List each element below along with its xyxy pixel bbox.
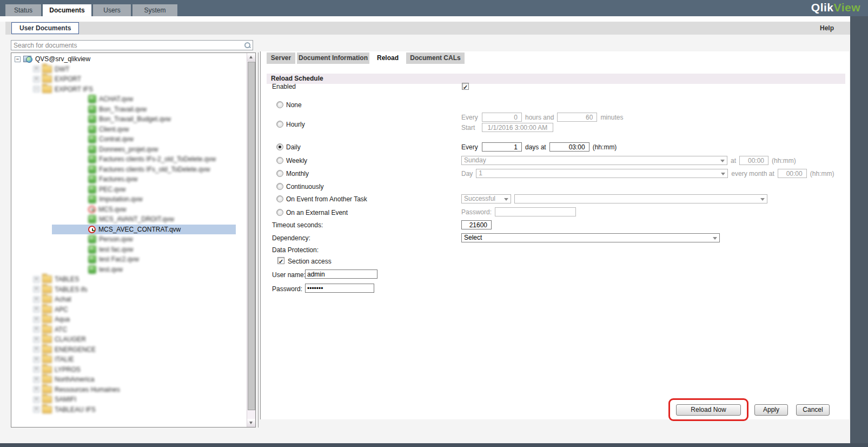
expand-icon[interactable]: + [34,277,39,282]
tree-item[interactable]: test fac.qvw [11,245,247,255]
scroll-down-button[interactable] [247,419,255,427]
radio-none[interactable] [276,101,283,108]
username-input[interactable] [305,269,377,279]
tab-documents[interactable]: Documents [43,4,91,16]
tree-item[interactable]: +SAMIFI [11,395,247,405]
tree-item[interactable]: +Ressources Humaines [11,385,247,395]
external-password-input[interactable] [495,207,576,216]
cancel-button[interactable]: Cancel [796,404,830,416]
radio-continuously[interactable] [276,183,283,190]
weekly-time-input[interactable] [739,156,768,165]
expand-icon[interactable]: + [34,66,39,72]
tree-item[interactable]: MCS_AVANT_DROIT.qvw [11,214,247,225]
hourly-start-input[interactable] [482,123,553,132]
tree-item[interactable]: +ATC [11,325,247,335]
tab-server[interactable]: Server [267,52,295,64]
tab-system[interactable]: System [132,4,177,16]
expand-icon[interactable]: + [34,386,39,392]
scroll-up-button[interactable] [247,53,255,61]
tree-item[interactable]: −EXPORT IFS [11,84,247,95]
expand-icon[interactable]: + [34,76,39,82]
tree-item[interactable]: Factures clients IFs_old_ToDelete.qvw [11,165,247,175]
tree-item[interactable]: +EXPORT [11,74,247,84]
tab-document-information[interactable]: Document Information [297,52,369,64]
tree-item[interactable]: Bon_Travail.qvw [11,104,247,115]
expand-icon[interactable]: + [34,337,39,343]
tree-item[interactable]: Contrat.qvw [11,134,247,144]
tree-item[interactable]: Imputation.qvw [11,194,247,205]
enabled-checkbox[interactable]: ✓ [462,83,469,90]
tree-item[interactable]: +ENERGENCE [11,345,247,355]
radio-on-event-from-another-task[interactable] [276,195,283,202]
tree-item[interactable]: +DWT [11,64,247,75]
expand-icon[interactable]: + [34,346,39,352]
tree-item-label: Person.qvw [99,234,133,244]
expand-icon[interactable]: + [34,406,39,412]
tree-item[interactable]: +LYPROS [11,365,247,375]
daily-days-input[interactable] [482,142,522,152]
radio-daily[interactable] [276,143,283,150]
monthly-day-select[interactable]: 1 [476,169,728,178]
scrollbar-thumb[interactable] [248,62,255,410]
tree-item[interactable]: Client.qvw [11,124,247,135]
expand-icon[interactable]: + [34,366,39,372]
tree-item[interactable]: +CLAUGER [11,334,247,345]
dependency-select[interactable]: Select [461,233,720,242]
tab-users[interactable]: Users [93,4,131,16]
tree-item[interactable]: Factures clients IFs-2_old_ToDelete.qvw [11,154,247,165]
section-access-checkbox[interactable]: ✓ [277,257,284,264]
apply-button[interactable]: Apply [754,404,788,416]
expand-icon[interactable]: + [34,306,39,312]
tree-item[interactable]: −QVS@srv_qlikview [11,54,247,64]
tree-item[interactable]: Factures.qvw [11,174,247,185]
tree-item[interactable]: +ITALIE [11,354,247,365]
tree-item[interactable]: PEC.qvw [11,185,247,195]
expand-icon[interactable]: + [34,297,39,303]
tree-item-selected[interactable]: MCS_AVEC_CONTRAT.qvw [11,225,247,235]
tree-item[interactable]: test.qvw [11,265,247,275]
daily-time-input[interactable] [549,142,589,152]
expand-icon[interactable]: + [34,286,39,292]
tab-reload[interactable]: Reload [371,52,405,64]
hourly-minutes-input[interactable] [557,113,597,122]
tree-item[interactable]: +TABLEAU IFS [11,405,247,415]
expand-icon[interactable]: + [34,357,39,363]
tree-item[interactable]: +APC [11,305,247,315]
radio-weekly[interactable] [276,157,283,164]
expand-icon[interactable]: + [34,397,39,403]
tree-item[interactable]: test Fac2.qvw [11,254,247,265]
help-link[interactable]: Help [820,22,834,35]
tree-item[interactable]: Bon_Travail_Budget.qvw [11,114,247,124]
tree-item[interactable]: MCS.qvw [11,205,247,215]
expand-icon[interactable]: + [34,377,39,383]
tree-item[interactable]: +NorthAmerica [11,374,247,385]
tree-item[interactable]: Person.qvw [11,234,247,245]
collapse-icon[interactable]: − [34,86,39,92]
reload-now-button[interactable]: Reload Now [676,404,741,416]
event-task-select[interactable] [514,194,767,203]
tree-item[interactable]: ACHAT.qvw [11,94,247,104]
monthly-time-input[interactable] [778,169,807,178]
radio-hourly[interactable] [276,121,283,128]
tree-item[interactable]: +TABLES ifs [11,285,247,295]
event-status-select[interactable]: Successful [461,194,511,203]
tab-document-cals[interactable]: Document CALs [406,52,465,64]
tree-item[interactable]: +TABLES [11,274,247,285]
user-documents-button[interactable]: User Documents [11,22,79,34]
tree-scrollbar[interactable] [247,53,255,427]
tab-status[interactable]: Status [5,4,41,16]
expand-icon[interactable]: + [34,317,39,323]
tree-item[interactable]: Donnees_projet.qvw [11,144,247,155]
search-input[interactable] [11,40,253,50]
tree-item[interactable]: +Achat [11,294,247,305]
password-input[interactable] [305,284,374,293]
search-icon[interactable] [244,42,251,49]
expand-icon[interactable]: + [34,326,39,332]
collapse-icon[interactable]: − [15,56,21,62]
hourly-hours-input[interactable] [482,113,522,122]
radio-on-external-event[interactable] [276,209,283,216]
radio-monthly[interactable] [276,170,283,177]
timeout-input[interactable] [461,220,492,229]
tree-item[interactable]: +Aqua [11,314,247,325]
weekly-day-select[interactable]: Sunday [461,156,727,165]
